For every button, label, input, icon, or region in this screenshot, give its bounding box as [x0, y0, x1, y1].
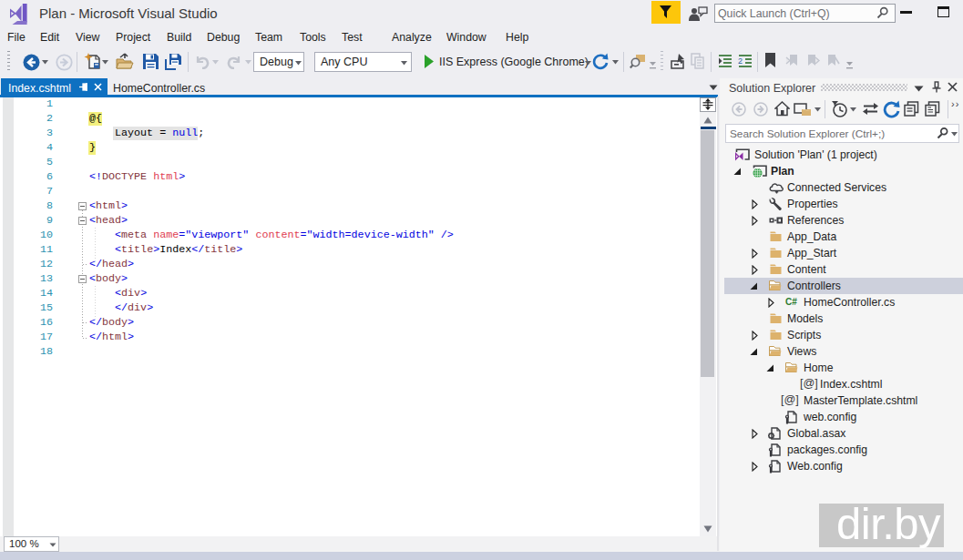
svg-text:2: 2	[738, 56, 743, 66]
